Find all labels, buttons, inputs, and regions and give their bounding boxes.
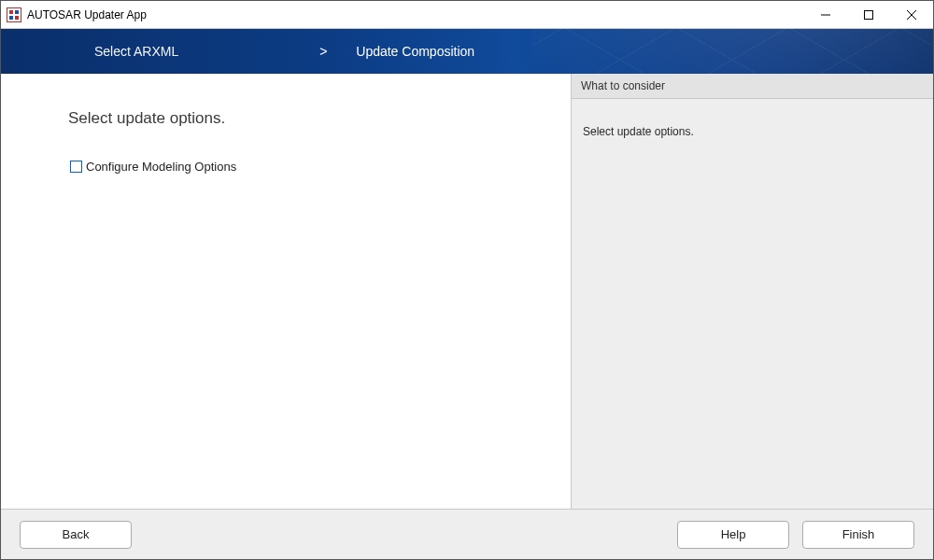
window-title: AUTOSAR Updater App bbox=[27, 8, 147, 21]
close-button[interactable] bbox=[890, 1, 933, 28]
svg-rect-6 bbox=[865, 10, 873, 19]
step-separator-icon: > bbox=[309, 44, 337, 59]
step-select-arxml[interactable]: Select ARXML bbox=[76, 44, 197, 59]
help-pane: What to consider Select update options. bbox=[571, 74, 933, 509]
app-icon bbox=[7, 7, 21, 22]
finish-button[interactable]: Finish bbox=[802, 521, 914, 549]
maximize-button[interactable] bbox=[847, 1, 890, 28]
checkbox-icon bbox=[70, 161, 82, 173]
content-area: Select update options. Configure Modelin… bbox=[1, 74, 933, 509]
main-pane: Select update options. Configure Modelin… bbox=[1, 74, 571, 509]
wizard-steps-bar: Select ARXML > Update Composition bbox=[1, 29, 933, 74]
help-pane-heading: What to consider bbox=[572, 74, 933, 99]
minimize-button[interactable] bbox=[804, 1, 847, 28]
svg-rect-3 bbox=[9, 16, 13, 20]
back-button[interactable]: Back bbox=[20, 521, 132, 549]
help-button[interactable]: Help bbox=[677, 521, 789, 549]
step-update-composition[interactable]: Update Composition bbox=[337, 44, 493, 59]
svg-rect-2 bbox=[15, 10, 19, 14]
window-controls bbox=[804, 1, 933, 28]
titlebar: AUTOSAR Updater App bbox=[1, 1, 933, 29]
svg-rect-1 bbox=[9, 10, 13, 14]
configure-modeling-options-checkbox[interactable]: Configure Modeling Options bbox=[70, 160, 533, 174]
svg-rect-4 bbox=[15, 16, 19, 20]
svg-rect-0 bbox=[7, 7, 21, 21]
checkbox-label: Configure Modeling Options bbox=[86, 160, 236, 174]
footer-bar: Back Help Finish bbox=[1, 509, 933, 559]
help-pane-body: Select update options. bbox=[572, 99, 933, 509]
page-heading: Select update options. bbox=[68, 109, 533, 128]
